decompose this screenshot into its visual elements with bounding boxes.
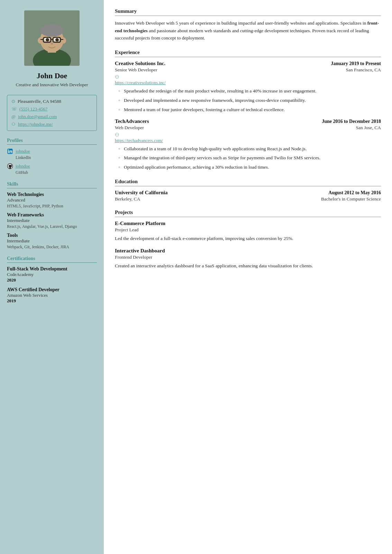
job1-company: Creative Solutions Inc. <box>115 61 165 66</box>
phone-link[interactable]: (555) 123-4567 <box>19 106 47 112</box>
skill-name-tools: Tools <box>7 233 97 238</box>
job2-url[interactable]: https://techadvancers.com/ <box>115 138 381 143</box>
job2-location: San Jose, CA <box>356 125 381 131</box>
link-icon: ⚇ <box>11 122 16 127</box>
svg-point-7 <box>61 37 66 44</box>
person-title: Creative and Innovative Web Developer <box>7 82 97 88</box>
projects-title: Projects <box>115 209 381 217</box>
job2-url-icon: ⚇ <box>115 132 119 137</box>
edu1-location: Berkeley, CA <box>115 196 140 202</box>
project2-desc: Created an interactive analytics dashboa… <box>115 262 381 270</box>
job1-bullet-3: Mentored a team of four junior developer… <box>118 106 381 114</box>
cert-issuer-fullstack: CodeAcademy <box>7 272 97 277</box>
svg-rect-20 <box>8 151 9 153</box>
contact-address: ⊙ Pleasantville, CA 94588 <box>11 99 92 104</box>
cert-aws: AWS Certified Developer Amazon Web Servi… <box>7 287 97 304</box>
main-content: Summary Innovative Web Developer with 5 … <box>104 0 392 554</box>
job2-dates: June 2016 to December 2018 <box>322 119 381 124</box>
job2-header: TechAdvancers June 2016 to December 2018 <box>115 118 381 124</box>
github-profile: johndoe <box>7 163 97 169</box>
experience-title: Experience <box>115 50 381 57</box>
education-title: Education <box>115 179 381 186</box>
svg-point-18 <box>46 45 58 50</box>
job2-bullet-2: Managed the integration of third-party s… <box>118 154 381 162</box>
job1-role: Senior Web Developer <box>115 67 157 73</box>
skill-level-tools: Intermediate <box>7 238 97 244</box>
skill-web-technologies: Web Technologies Advanced HTML5, JavaScr… <box>7 192 97 209</box>
cert-year-fullstack: 2020 <box>7 277 97 283</box>
summary-bold: front-end technologies <box>115 20 379 33</box>
cert-name-aws: AWS Certified Developer <box>7 287 97 293</box>
summary-text: Innovative Web Developer with 5 years of… <box>115 19 381 42</box>
contact-website: ⚇ https://johndoe.me/ <box>11 122 92 127</box>
project2-name: Interactive Dashboard <box>115 248 381 254</box>
job1-bullets: Spearheaded the redesign of the main pro… <box>115 88 381 114</box>
job-creative-solutions: Creative Solutions Inc. January 2019 to … <box>115 61 381 114</box>
job-techadvancers: TechAdvancers June 2016 to December 2018… <box>115 118 381 171</box>
svg-point-10 <box>46 38 49 42</box>
svg-point-11 <box>55 38 59 42</box>
education-section: Education University of California Augus… <box>115 179 381 202</box>
cert-year-aws: 2019 <box>7 298 97 304</box>
job1-role-location: Senior Web Developer San Francisco, CA <box>115 67 381 73</box>
website-link[interactable]: https://johndoe.me/ <box>18 122 53 127</box>
job1-url-icon: ⚇ <box>115 74 119 80</box>
avatar-container <box>7 10 97 66</box>
job2-bullets: Collaborated in a team of 10 to develop … <box>115 145 381 171</box>
edu1-degree: Bachelor's in Computer Science <box>321 196 381 202</box>
linkedin-link[interactable]: johndoe <box>16 149 30 154</box>
project1-role: Project Lead <box>115 227 381 233</box>
skill-level-web-frameworks: Intermediate <box>7 218 97 223</box>
cert-name-fullstack: Full-Stack Web Development <box>7 266 97 272</box>
project1-name: E-Commerce Platform <box>115 221 381 226</box>
summary-title: Summary <box>115 8 381 16</box>
phone-icon: ☏ <box>11 106 17 112</box>
job1-bullet-1: Spearheaded the redesign of the main pro… <box>118 88 381 95</box>
skill-list-web-frameworks: React.js, Angular, Vue.js, Laravel, Djan… <box>7 224 97 229</box>
skill-web-frameworks: Web Frameworks Intermediate React.js, An… <box>7 212 97 229</box>
skill-name-web-frameworks: Web Frameworks <box>7 212 97 218</box>
projects-section: Projects E-Commerce Platform Project Lea… <box>115 209 381 269</box>
svg-point-6 <box>38 37 43 44</box>
job1-url[interactable]: https://creativesolutions.inc/ <box>115 80 381 86</box>
project-ecommerce: E-Commerce Platform Project Lead Led the… <box>115 221 381 242</box>
project1-desc: Led the development of a full-stack e-co… <box>115 235 381 242</box>
github-link[interactable]: johndoe <box>16 163 30 169</box>
github-network: GitHub <box>16 170 97 175</box>
skill-level-web-technologies: Advanced <box>7 197 97 203</box>
summary-section: Summary Innovative Web Developer with 5 … <box>115 8 381 42</box>
svg-point-5 <box>40 24 64 37</box>
job2-company: TechAdvancers <box>115 118 149 124</box>
svg-point-17 <box>51 43 53 45</box>
linkedin-icon <box>7 148 13 154</box>
skill-name-web-technologies: Web Technologies <box>7 192 97 197</box>
job2-role: Web Developer <box>115 125 144 131</box>
linkedin-network: LinkedIn <box>16 155 97 160</box>
email-icon: @ <box>11 114 16 119</box>
email-link[interactable]: john.doe@gmail.com <box>18 114 57 119</box>
skills-section-label: Skills <box>7 181 97 188</box>
contact-phone: ☏ (555) 123-4567 <box>11 106 92 112</box>
svg-point-21 <box>8 150 9 151</box>
job1-dates: January 2019 to Present <box>331 61 381 66</box>
project-dashboard: Interactive Dashboard Frontend Developer… <box>115 248 381 270</box>
edu1-header: University of California August 2012 to … <box>115 190 381 196</box>
contact-box: ⊙ Pleasantville, CA 94588 ☏ (555) 123-45… <box>7 95 97 131</box>
cert-issuer-aws: Amazon Web Services <box>7 293 97 298</box>
edu1-sub: Berkeley, CA Bachelor's in Computer Scie… <box>115 196 381 202</box>
skill-tools: Tools Intermediate Webpack, Git, Jenkins… <box>7 233 97 250</box>
job1-location: San Francisco, CA <box>346 67 381 73</box>
location-icon: ⊙ <box>11 99 15 104</box>
skill-list-web-technologies: HTML5, JavaScript, PHP, Python <box>7 204 97 209</box>
edu1-dates: August 2012 to May 2016 <box>328 190 381 196</box>
profiles-section-label: Profiles <box>7 138 97 145</box>
contact-email: @ john.doe@gmail.com <box>11 114 92 119</box>
certifications-section-label: Certifications <box>7 256 97 263</box>
avatar <box>24 10 80 66</box>
job1-bullet-2: Developed and implemented a new responsi… <box>118 97 381 104</box>
edu1-school: University of California <box>115 190 167 196</box>
sidebar: John Doe Creative and Innovative Web Dev… <box>0 0 104 554</box>
cert-fullstack: Full-Stack Web Development CodeAcademy 2… <box>7 266 97 283</box>
person-name: John Doe <box>7 71 97 80</box>
job2-bullet-1: Collaborated in a team of 10 to develop … <box>118 145 381 153</box>
